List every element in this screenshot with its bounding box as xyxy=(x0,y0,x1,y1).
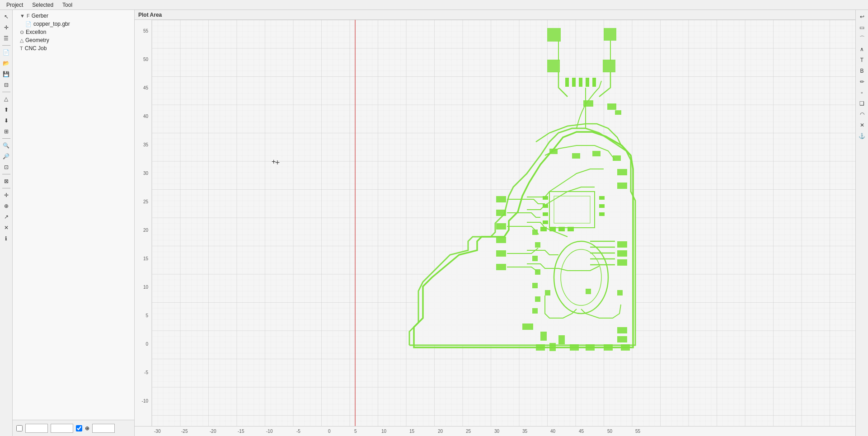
close-tool-button[interactable]: ✕ xyxy=(857,120,867,130)
grid-checkbox[interactable] xyxy=(16,425,23,431)
grid-button[interactable]: ⊞ xyxy=(1,127,11,136)
svg-text:10: 10 xyxy=(143,285,149,290)
svg-rect-54 xyxy=(599,212,605,216)
svg-rect-39 xyxy=(617,250,627,257)
menu-tool[interactable]: Tool xyxy=(58,1,77,9)
svg-text:5: 5 xyxy=(145,313,148,318)
cursor-tool-button[interactable]: ↖ xyxy=(1,12,11,22)
svg-text:30: 30 xyxy=(494,429,500,434)
svg-text:0: 0 xyxy=(328,429,331,434)
tree-item-cnc-job[interactable]: T CNC Job xyxy=(13,44,134,52)
svg-text:40: 40 xyxy=(143,114,149,119)
transform-button[interactable]: ↗ xyxy=(1,212,11,222)
crosshair-tool-button[interactable]: ✛ xyxy=(1,23,11,33)
tree-item-geometry[interactable]: △ Geometry xyxy=(13,36,134,44)
layers-button[interactable]: ⊟ xyxy=(1,80,11,90)
svg-rect-23 xyxy=(572,78,576,87)
menu-project[interactable]: Project xyxy=(2,1,28,9)
snap-checkbox[interactable] xyxy=(76,425,82,431)
path-tool-button[interactable]: ∧ xyxy=(857,44,867,54)
svg-text:50: 50 xyxy=(607,429,613,434)
x-axis: -30 -25 -20 -15 -10 -5 0 5 10 15 20 25 3… xyxy=(135,426,855,436)
project-tree: ▼ F Gerber 📄 copper_top.gbr ⊙ Excellon △… xyxy=(13,10,134,420)
new-geometry-button[interactable]: △ xyxy=(1,94,11,104)
measure-button[interactable]: ⊠ xyxy=(1,176,11,186)
zoom-in-button[interactable]: 🔍 xyxy=(1,141,11,150)
grid-y-input[interactable]: 1.0 xyxy=(51,424,73,433)
plot-area-header: Plot Area xyxy=(135,10,855,20)
snap-button[interactable]: ✛ xyxy=(1,190,11,200)
undo-button[interactable]: ↩ xyxy=(857,12,867,22)
svg-rect-52 xyxy=(599,196,605,200)
separator-1 xyxy=(2,45,10,46)
svg-rect-28 xyxy=(607,103,616,110)
svg-text:15: 15 xyxy=(143,256,149,261)
rect-tool-button[interactable]: ▭ xyxy=(857,23,867,33)
copy-tool-button[interactable]: ❑ xyxy=(857,98,867,108)
svg-rect-78 xyxy=(586,344,595,351)
anchor-tool-button[interactable]: ⚓ xyxy=(857,131,867,141)
open-button[interactable]: 📂 xyxy=(1,58,11,68)
copper-top-label: copper_top.gbr xyxy=(33,21,70,27)
svg-rect-38 xyxy=(617,241,627,248)
svg-rect-37 xyxy=(617,183,627,189)
crosshair-cursor: + xyxy=(272,158,276,166)
svg-rect-25 xyxy=(586,78,589,87)
arc2-tool-button[interactable]: ◠ xyxy=(857,109,867,119)
zoom-fit-button[interactable]: ⊡ xyxy=(1,162,11,172)
svg-rect-22 xyxy=(565,78,569,87)
tree-item-gerber[interactable]: ▼ F Gerber xyxy=(13,12,134,20)
excellon-label: Excellon xyxy=(26,29,46,35)
svg-text:-20: -20 xyxy=(210,429,216,434)
project-bottom-bar: 1.0 1.0 ⊕ 0.05 xyxy=(13,420,134,436)
plot-container: Plot Area 55 50 45 40 35 30 25 20 15 10 … xyxy=(135,10,855,436)
new-gerber-button[interactable]: 📄 xyxy=(1,47,11,57)
separator-5 xyxy=(2,188,10,188)
connect-button[interactable]: ⊕ xyxy=(1,201,11,211)
svg-text:-25: -25 xyxy=(181,429,188,434)
import-button[interactable]: ⬆ xyxy=(1,105,11,115)
plot-canvas[interactable]: + xyxy=(152,20,855,426)
svg-text:20: 20 xyxy=(438,429,443,434)
svg-rect-79 xyxy=(604,344,613,351)
svg-text:40: 40 xyxy=(550,429,556,434)
grid-x-input[interactable]: 1.0 xyxy=(25,424,48,433)
plot-area-title: Plot Area xyxy=(138,12,162,18)
save-button[interactable]: 💾 xyxy=(1,69,11,79)
svg-rect-42 xyxy=(540,332,547,341)
svg-text:55: 55 xyxy=(635,429,641,434)
grid-checkbox-wrap xyxy=(16,425,23,431)
svg-text:10: 10 xyxy=(381,429,387,434)
pencil-tool-button[interactable]: ✏ xyxy=(857,77,867,87)
svg-text:-5: -5 xyxy=(296,429,300,434)
svg-rect-26 xyxy=(592,78,596,87)
delete-button[interactable]: ✕ xyxy=(1,223,11,233)
snap-input[interactable]: 0.05 xyxy=(92,424,115,433)
svg-rect-48 xyxy=(543,196,548,200)
geometry-icon: △ xyxy=(20,38,23,43)
menu-selected[interactable]: Selected xyxy=(28,1,58,9)
info-button[interactable]: ℹ xyxy=(1,234,11,244)
export-button[interactable]: ⬇ xyxy=(1,116,11,126)
svg-rect-56 xyxy=(549,227,556,231)
svg-rect-72 xyxy=(532,283,538,288)
gerber-folder-icon: F xyxy=(27,13,30,19)
svg-rect-80 xyxy=(621,344,630,351)
arc-tool-button[interactable]: ⌒ xyxy=(857,33,867,43)
zoom-out-button[interactable]: 🔎 xyxy=(1,151,11,161)
separator-4 xyxy=(2,174,10,174)
svg-rect-18 xyxy=(547,28,561,42)
right-toolbar: ↩ ▭ ⌒ ∧ T B ✏ ▫ ❑ ◠ ✕ ⚓ xyxy=(855,10,868,436)
pan-tool-button[interactable]: ☰ xyxy=(1,33,11,43)
svg-rect-19 xyxy=(604,28,616,41)
svg-rect-34 xyxy=(496,250,506,257)
tree-item-excellon[interactable]: ⊙ Excellon xyxy=(13,28,134,36)
square-tool-button[interactable]: ▫ xyxy=(857,88,867,98)
svg-rect-85 xyxy=(586,289,591,294)
svg-rect-30 xyxy=(496,196,506,202)
svg-text:45: 45 xyxy=(579,429,584,434)
tree-item-copper-top[interactable]: 📄 copper_top.gbr xyxy=(13,20,134,28)
bold-tool-button[interactable]: B xyxy=(857,66,867,76)
text-tool-button[interactable]: T xyxy=(857,55,867,65)
y-axis: 55 50 45 40 35 30 25 20 15 10 5 0 -5 -10 xyxy=(135,20,152,426)
